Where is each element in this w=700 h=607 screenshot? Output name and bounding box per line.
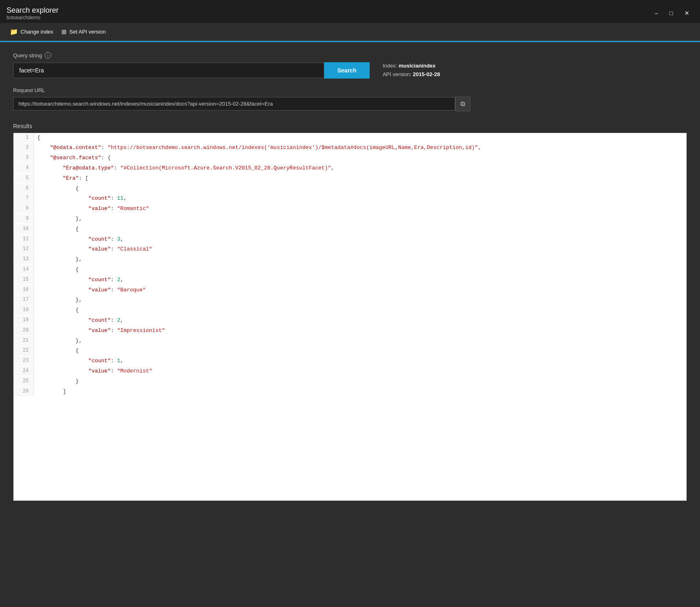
- json-line: 17 },: [14, 295, 686, 305]
- line-content: {: [34, 346, 686, 356]
- json-line: 13 },: [14, 255, 686, 265]
- json-line: 14 {: [14, 265, 686, 275]
- line-content: {: [34, 184, 686, 194]
- line-number: 1: [14, 133, 34, 142]
- change-index-label: Change index: [20, 29, 53, 35]
- json-line: 26 ]: [14, 387, 686, 397]
- json-line: 8 "value": "Romantic": [14, 204, 686, 214]
- line-content: "count": 1,: [34, 356, 686, 366]
- line-number: 10: [14, 224, 34, 234]
- line-number: 12: [14, 244, 34, 254]
- index-name: musicianindex: [399, 63, 436, 69]
- line-content: "value": "Classical": [34, 244, 686, 255]
- line-number: 9: [14, 214, 34, 223]
- line-content: {: [34, 305, 686, 316]
- line-number: 20: [14, 326, 34, 335]
- json-line: 5 "Era": [: [14, 174, 686, 184]
- line-content: "value": "Romantic": [34, 204, 686, 214]
- line-number: 19: [14, 316, 34, 325]
- line-content: "count": 2,: [34, 275, 686, 285]
- maximize-button[interactable]: □: [666, 8, 677, 18]
- line-number: 11: [14, 235, 34, 244]
- line-number: 3: [14, 153, 34, 162]
- json-line: 11 "count": 3,: [14, 235, 686, 245]
- line-content: "value": "Modernist": [34, 366, 686, 377]
- line-number: 26: [14, 387, 34, 396]
- search-button[interactable]: Search: [324, 62, 370, 79]
- query-row: Search Index: musicianindex API version:…: [13, 62, 687, 79]
- results-label: Results: [13, 123, 687, 129]
- request-url-label: Request URL: [13, 87, 687, 93]
- line-content: },: [34, 336, 686, 346]
- query-string-section-label: Query string i: [13, 52, 687, 59]
- line-content: ]: [34, 387, 686, 397]
- json-line: 7 "count": 11,: [14, 194, 686, 204]
- minimize-button[interactable]: –: [651, 8, 662, 18]
- line-number: 6: [14, 184, 34, 193]
- info-icon: i: [45, 52, 51, 59]
- set-api-version-button[interactable]: ⊞ Set API version: [58, 27, 109, 37]
- change-index-button[interactable]: 📁 Change index: [7, 26, 56, 37]
- json-line: 2 "@odata.context": "https://botsearchde…: [14, 143, 686, 153]
- main-content: Query string i Search Index: musicianind…: [0, 42, 700, 511]
- json-line: 3 "@search.facets": {: [14, 153, 686, 163]
- line-content: "Era@odata.type": "#Collection(Microsoft…: [34, 163, 686, 174]
- close-button[interactable]: ✕: [680, 8, 693, 18]
- request-url-text: Request URL: [13, 87, 45, 93]
- title-bar-left: Search explorer botsearchdemo: [7, 6, 59, 20]
- api-version-row: API version: 2015-02-28: [383, 70, 440, 79]
- line-number: 25: [14, 377, 34, 386]
- line-content: {: [34, 265, 686, 275]
- line-number: 23: [14, 356, 34, 366]
- json-line: 16 "value": "Baroque": [14, 285, 686, 296]
- line-number: 18: [14, 305, 34, 315]
- api-version-value: 2015-02-28: [413, 71, 440, 77]
- url-row: ⧉: [13, 97, 687, 111]
- query-string-label: Query string: [13, 52, 42, 59]
- index-info: Index: musicianindex API version: 2015-0…: [383, 62, 440, 79]
- line-number: 22: [14, 346, 34, 355]
- line-number: 13: [14, 255, 34, 264]
- line-number: 21: [14, 336, 34, 345]
- line-content: "count": 2,: [34, 316, 686, 326]
- url-input[interactable]: [13, 97, 455, 111]
- line-number: 7: [14, 194, 34, 203]
- app-subtitle: botsearchdemo: [7, 15, 59, 20]
- json-line: 24 "value": "Modernist": [14, 366, 686, 377]
- json-line: 12 "value": "Classical": [14, 244, 686, 255]
- index-label: Index:: [383, 63, 397, 69]
- json-line: 21 },: [14, 336, 686, 346]
- line-number: 24: [14, 366, 34, 376]
- results-text: Results: [13, 123, 32, 129]
- app-title: Search explorer: [7, 6, 59, 15]
- folder-icon: 📁: [10, 28, 18, 36]
- json-viewer[interactable]: 1{2 "@odata.context": "https://botsearch…: [13, 133, 687, 501]
- json-line: 15 "count": 2,: [14, 275, 686, 285]
- copy-url-button[interactable]: ⧉: [455, 97, 470, 111]
- line-content: "value": "Impressionist": [34, 326, 686, 336]
- copy-icon: ⧉: [461, 100, 465, 108]
- json-line: 19 "count": 2,: [14, 316, 686, 326]
- window-controls: – □ ✕: [651, 8, 693, 18]
- json-line: 22 {: [14, 346, 686, 356]
- json-line: 6 {: [14, 184, 686, 194]
- line-content: {: [34, 224, 686, 235]
- line-number: 2: [14, 143, 34, 152]
- json-line: 4 "Era@odata.type": "#Collection(Microso…: [14, 163, 686, 174]
- table-icon: ⊞: [61, 28, 67, 36]
- index-name-row: Index: musicianindex: [383, 62, 440, 70]
- line-number: 4: [14, 163, 34, 173]
- json-line: 9 },: [14, 214, 686, 224]
- line-content: "count": 3,: [34, 235, 686, 245]
- request-url-section: Request URL ⧉: [13, 87, 687, 111]
- line-content: "value": "Baroque": [34, 285, 686, 296]
- api-version-label: API version:: [383, 71, 411, 77]
- line-content: "Era": [: [34, 174, 686, 184]
- toolbar: 📁 Change index ⊞ Set API version: [0, 23, 700, 41]
- query-input[interactable]: [13, 63, 324, 78]
- line-number: 8: [14, 204, 34, 213]
- line-content: "count": 11,: [34, 194, 686, 204]
- line-content: {: [34, 133, 686, 143]
- json-line: 20 "value": "Impressionist": [14, 326, 686, 336]
- line-number: 16: [14, 285, 34, 295]
